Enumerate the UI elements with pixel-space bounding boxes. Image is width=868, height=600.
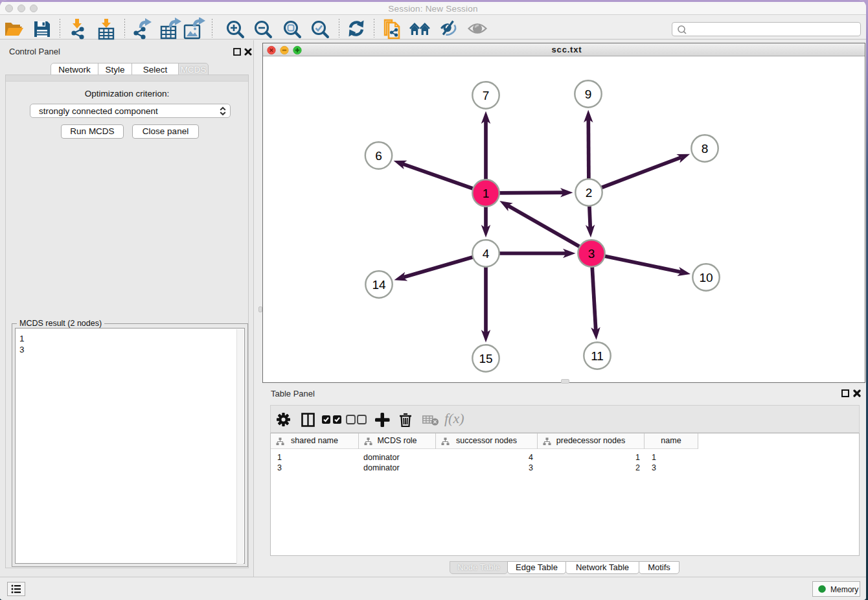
svg-text:15: 15 bbox=[479, 352, 492, 365]
svg-text:3: 3 bbox=[588, 247, 595, 260]
svg-text:6: 6 bbox=[375, 149, 382, 163]
svg-text:7: 7 bbox=[483, 89, 490, 102]
svg-text:10: 10 bbox=[699, 271, 713, 284]
svg-text:9: 9 bbox=[585, 87, 592, 101]
svg-text:2: 2 bbox=[586, 186, 593, 200]
svg-text:11: 11 bbox=[591, 349, 604, 363]
svg-text:4: 4 bbox=[483, 247, 490, 260]
svg-text:8: 8 bbox=[702, 142, 709, 156]
svg-text:f(x): f(x) bbox=[444, 412, 464, 426]
svg-text:14: 14 bbox=[372, 278, 386, 292]
svg-text:1: 1 bbox=[483, 187, 490, 200]
